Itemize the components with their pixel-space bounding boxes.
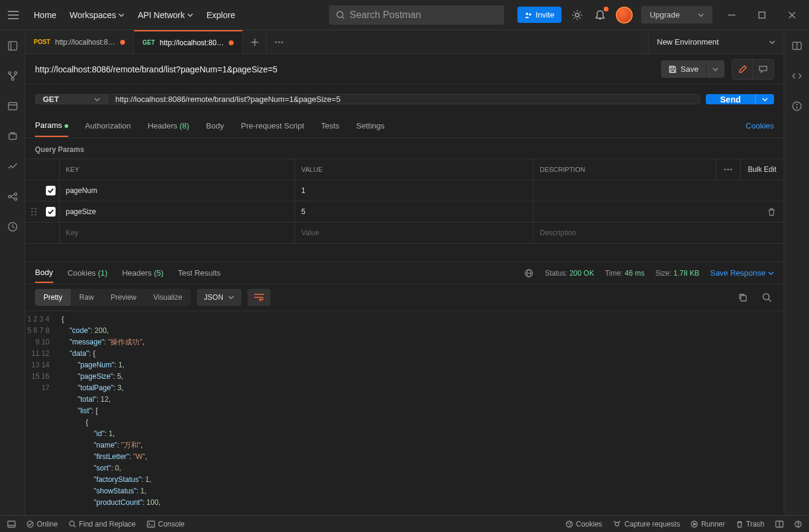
request-tab[interactable]: GET http://localhost:8086/r (134, 30, 243, 54)
new-tab-button[interactable] (243, 30, 267, 54)
request-name[interactable]: http://localhost:8086/remote/brand/list?… (35, 65, 654, 74)
param-checkbox[interactable] (42, 201, 59, 222)
invite-button[interactable]: Invite (517, 7, 561, 23)
svg-point-44 (35, 214, 37, 216)
history-icon[interactable] (5, 220, 20, 234)
globe-icon[interactable] (524, 268, 534, 278)
method-selector[interactable]: GET (36, 95, 108, 104)
format-selector[interactable]: JSON (197, 289, 241, 306)
info-icon[interactable] (790, 99, 804, 113)
footer-cookies[interactable]: Cookies (566, 520, 602, 528)
resp-tab-body[interactable]: Body (35, 263, 53, 283)
user-avatar[interactable] (616, 7, 633, 24)
monitors-icon[interactable] (5, 159, 20, 174)
svg-line-51 (769, 299, 771, 302)
bulk-edit[interactable]: Bulk Edit (740, 159, 784, 180)
viewmode-preview[interactable]: Preview (102, 289, 145, 306)
subtab-authorization[interactable]: Authorization (85, 115, 131, 136)
window-minimize[interactable] (721, 5, 743, 25)
send-button[interactable]: Send (706, 94, 755, 104)
save-dropdown[interactable] (706, 63, 724, 75)
param-desc-placeholder[interactable]: Description (533, 223, 759, 243)
resp-tab-cookies[interactable]: Cookies (1) (68, 264, 107, 282)
wrap-lines-icon[interactable] (248, 289, 270, 306)
save-button[interactable]: Save (661, 60, 706, 78)
window-maximize[interactable] (751, 5, 773, 25)
nav-explore[interactable]: Explore (206, 10, 235, 20)
request-tab[interactable]: POST http://localhost:8086/ (25, 30, 134, 54)
subtab-headers[interactable]: Headers (8) (148, 115, 190, 136)
svg-point-67 (570, 522, 571, 523)
svg-point-25 (14, 198, 17, 200)
footer-help-icon[interactable] (795, 521, 802, 528)
subtab-params[interactable]: Params (35, 115, 68, 137)
save-response-button[interactable]: Save Response (710, 268, 774, 277)
copy-icon[interactable] (735, 290, 750, 305)
send-dropdown[interactable] (755, 94, 774, 104)
method-badge: POST (34, 39, 50, 45)
viewmode-pretty[interactable]: Pretty (35, 289, 71, 306)
edit-icon[interactable] (732, 60, 753, 79)
svg-point-33 (281, 41, 283, 43)
resp-tab-headers[interactable]: Headers (5) (122, 264, 164, 282)
table-row: pageNum 1 (25, 180, 784, 201)
footer-online[interactable]: Online (27, 520, 58, 528)
param-value[interactable]: 1 (295, 180, 533, 201)
footer-capture[interactable]: Capture requests (613, 520, 680, 528)
footer-trash[interactable]: Trash (736, 520, 764, 528)
param-value[interactable]: 5 (295, 201, 533, 222)
nav-home[interactable]: Home (34, 10, 56, 20)
flows-icon[interactable] (5, 189, 20, 204)
row-options[interactable] (716, 159, 740, 180)
svg-point-5 (526, 13, 528, 15)
viewmode-raw[interactable]: Raw (71, 289, 102, 306)
param-desc[interactable] (533, 180, 759, 201)
param-desc[interactable] (533, 201, 759, 222)
nav-api-network[interactable]: API Network (138, 10, 193, 20)
svg-rect-10 (759, 12, 765, 18)
svg-point-31 (275, 41, 277, 43)
svg-point-59 (27, 521, 33, 527)
subtab-tests[interactable]: Tests (321, 115, 339, 136)
subtab-prerequest[interactable]: Pre-request Script (241, 115, 304, 136)
param-key[interactable]: pageNum (59, 180, 295, 201)
upgrade-button[interactable]: Upgrade (641, 6, 712, 24)
search-input[interactable]: Search Postman (329, 5, 504, 25)
tab-options[interactable] (267, 30, 291, 54)
viewmode-visualize[interactable]: Visualize (145, 289, 191, 306)
param-value-placeholder[interactable]: Value (295, 223, 533, 243)
response-json[interactable]: 1 2 3 4 5 6 7 8 9 10 11 12 13 14 15 16 1… (25, 311, 784, 515)
param-key-placeholder[interactable]: Key (59, 223, 295, 243)
param-checkbox[interactable] (42, 180, 59, 201)
footer-panel-toggle[interactable] (7, 521, 16, 528)
footer-find-replace[interactable]: Find and Replace (69, 520, 136, 528)
environment-selector[interactable]: New Environment (648, 30, 784, 54)
collections-icon[interactable] (5, 39, 20, 53)
window-close[interactable] (781, 5, 803, 25)
delete-row-icon[interactable] (759, 201, 784, 222)
resp-tab-test-results[interactable]: Test Results (178, 264, 221, 282)
search-response-icon[interactable] (759, 290, 774, 305)
subtab-body[interactable]: Body (206, 115, 224, 136)
svg-line-18 (10, 74, 13, 78)
svg-point-3 (337, 11, 343, 17)
env-quicklook-icon[interactable] (790, 39, 804, 53)
cookies-link[interactable]: Cookies (746, 121, 774, 130)
drag-handle-icon[interactable] (25, 201, 42, 222)
url-input[interactable]: http://localhost:8086/remote/brand/list?… (108, 95, 699, 104)
apis-icon[interactable] (5, 69, 20, 83)
subtab-settings[interactable]: Settings (356, 115, 385, 136)
settings-icon[interactable] (570, 8, 584, 22)
mock-icon[interactable] (5, 129, 20, 144)
environments-icon[interactable] (5, 99, 20, 113)
footer-console[interactable]: Console (147, 520, 185, 528)
notifications-icon[interactable] (593, 8, 607, 22)
footer-runner[interactable]: Runner (691, 520, 724, 528)
hamburger-menu[interactable] (6, 8, 21, 22)
param-key[interactable]: pageSize (59, 201, 295, 222)
code-icon[interactable] (790, 69, 804, 83)
nav-workspaces[interactable]: Workspaces (69, 10, 124, 20)
comments-icon[interactable] (753, 60, 773, 79)
svg-point-42 (35, 211, 37, 213)
footer-layout-icon[interactable] (775, 521, 784, 528)
